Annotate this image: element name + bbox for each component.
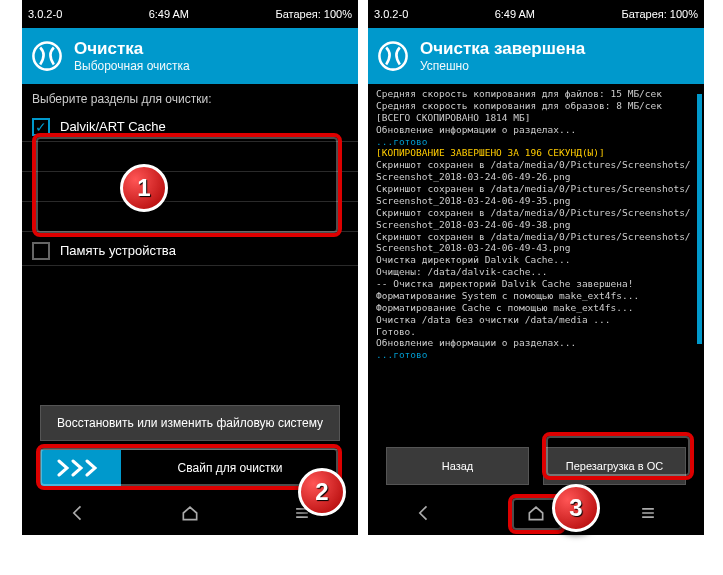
restore-fs-button[interactable]: Восстановить или изменить файловую систе… [40, 405, 340, 441]
status-bar: 3.0.2-0 6:49 AM Батарея: 100% [22, 0, 358, 28]
svg-point-0 [33, 42, 60, 69]
battery-label: Батарея: 100% [275, 8, 352, 20]
checkbox-unchecked-icon[interactable]: ✓ [32, 242, 50, 260]
page-subtitle: Выборочная очистка [74, 59, 190, 73]
annotation-bubble-3: 3 [552, 484, 600, 532]
annotation-bubble-1: 1 [120, 164, 168, 212]
nav-back-icon[interactable] [68, 503, 88, 527]
svg-point-1 [379, 42, 406, 69]
status-bar: 3.0.2-0 6:49 AM Батарея: 100% [368, 0, 704, 28]
time-label: 6:49 AM [149, 8, 189, 20]
twrp-logo-icon [376, 39, 410, 73]
nav-menu-icon[interactable] [638, 503, 658, 527]
time-label: 6:49 AM [495, 8, 535, 20]
twrp-logo-icon [30, 39, 64, 73]
annotation-box-2 [36, 444, 342, 490]
log-output: Средняя скорость копирования для файлов:… [368, 84, 704, 365]
annotation-box-3 [542, 432, 694, 480]
nav-home-icon[interactable] [180, 503, 200, 527]
screen-header: Очистка завершена Успешно [368, 28, 704, 84]
battery-label: Батарея: 100% [621, 8, 698, 20]
partition-label: Память устройства [60, 243, 176, 258]
version-label: 3.0.2-0 [28, 8, 62, 20]
partition-storage[interactable]: ✓ Память устройства [22, 236, 358, 266]
page-title: Очистка завершена [420, 39, 585, 59]
version-label: 3.0.2-0 [374, 8, 408, 20]
partition-label: Dalvik/ART Cache [60, 119, 166, 134]
back-button[interactable]: Назад [386, 447, 529, 485]
nav-back-icon[interactable] [414, 503, 434, 527]
annotation-box-1 [32, 133, 342, 237]
page-title: Очистка [74, 39, 190, 59]
annotation-bubble-2: 2 [298, 468, 346, 516]
screen-header: Очистка Выборочная очистка [22, 28, 358, 84]
instruction-text: Выберите разделы для очистки: [22, 84, 358, 112]
page-subtitle: Успешно [420, 59, 585, 73]
scrollbar[interactable] [697, 94, 702, 344]
